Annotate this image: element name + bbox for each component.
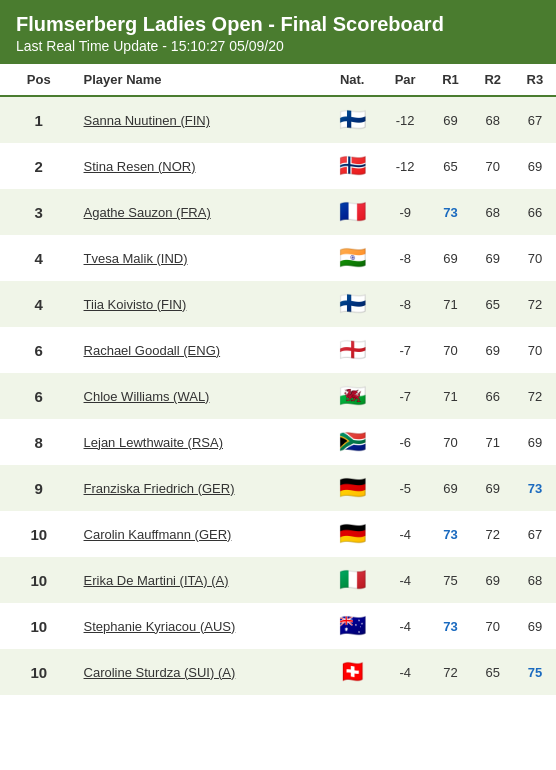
row-flag: 🇩🇪: [323, 465, 380, 511]
row-player[interactable]: Erika De Martini (ITA) (A): [68, 557, 324, 603]
row-pos: 10: [0, 649, 68, 695]
row-r3: 67: [514, 96, 556, 143]
row-flag: 🇮🇹: [323, 557, 380, 603]
row-flag: 🏴󠁧󠁢󠁥󠁮󠁧󠁿: [323, 327, 380, 373]
scoreboard-table-container: Pos Player Name Nat. Par R1 R2 R3 1Sanna…: [0, 64, 556, 695]
row-flag: 🇫🇮: [323, 96, 380, 143]
row-r2: 66: [472, 373, 514, 419]
row-r1: 73: [429, 511, 471, 557]
row-r3: 69: [514, 419, 556, 465]
row-player[interactable]: Agathe Sauzon (FRA): [68, 189, 324, 235]
row-par: -9: [381, 189, 430, 235]
header-title: Flumserberg Ladies Open - Final Scoreboa…: [16, 12, 540, 36]
row-player[interactable]: Carolin Kauffmann (GER): [68, 511, 324, 557]
row-par: -4: [381, 511, 430, 557]
row-r2: 69: [472, 327, 514, 373]
row-player[interactable]: Stephanie Kyriacou (AUS): [68, 603, 324, 649]
row-r3: 72: [514, 373, 556, 419]
row-player[interactable]: Rachael Goodall (ENG): [68, 327, 324, 373]
col-r3: R3: [514, 64, 556, 96]
col-r2: R2: [472, 64, 514, 96]
row-player[interactable]: Chloe Williams (WAL): [68, 373, 324, 419]
row-r3: 73: [514, 465, 556, 511]
scoreboard-table: Pos Player Name Nat. Par R1 R2 R3 1Sanna…: [0, 64, 556, 695]
row-pos: 6: [0, 327, 68, 373]
row-r2: 68: [472, 96, 514, 143]
row-flag: 🇫🇮: [323, 281, 380, 327]
row-player[interactable]: Caroline Sturdza (SUI) (A): [68, 649, 324, 695]
row-player[interactable]: Lejan Lewthwaite (RSA): [68, 419, 324, 465]
row-r1: 75: [429, 557, 471, 603]
row-r1: 65: [429, 143, 471, 189]
row-player[interactable]: Sanna Nuutinen (FIN): [68, 96, 324, 143]
row-player[interactable]: Tiia Koivisto (FIN): [68, 281, 324, 327]
table-header-row: Pos Player Name Nat. Par R1 R2 R3: [0, 64, 556, 96]
table-row: 8Lejan Lewthwaite (RSA)🇿🇦-6707169: [0, 419, 556, 465]
header: Flumserberg Ladies Open - Final Scoreboa…: [0, 0, 556, 64]
row-r2: 69: [472, 557, 514, 603]
table-row: 10Carolin Kauffmann (GER)🇩🇪-4737267: [0, 511, 556, 557]
row-pos: 2: [0, 143, 68, 189]
table-row: 2Stina Resen (NOR)🇳🇴-12657069: [0, 143, 556, 189]
table-row: 10Stephanie Kyriacou (AUS)🇦🇺-4737069: [0, 603, 556, 649]
row-flag: 🇩🇪: [323, 511, 380, 557]
row-pos: 6: [0, 373, 68, 419]
row-par: -4: [381, 649, 430, 695]
row-r1: 72: [429, 649, 471, 695]
table-row: 4Tiia Koivisto (FIN)🇫🇮-8716572: [0, 281, 556, 327]
row-r2: 69: [472, 465, 514, 511]
row-pos: 8: [0, 419, 68, 465]
table-row: 1Sanna Nuutinen (FIN)🇫🇮-12696867: [0, 96, 556, 143]
row-par: -4: [381, 603, 430, 649]
row-par: -7: [381, 373, 430, 419]
row-r2: 70: [472, 143, 514, 189]
table-row: 10Erika De Martini (ITA) (A)🇮🇹-4756968: [0, 557, 556, 603]
row-pos: 10: [0, 511, 68, 557]
row-flag: 🇨🇭: [323, 649, 380, 695]
row-r1: 73: [429, 189, 471, 235]
row-r2: 70: [472, 603, 514, 649]
row-r3: 70: [514, 235, 556, 281]
table-row: 10Caroline Sturdza (SUI) (A)🇨🇭-4726575: [0, 649, 556, 695]
col-pos: Pos: [0, 64, 68, 96]
row-par: -4: [381, 557, 430, 603]
row-r1: 71: [429, 373, 471, 419]
row-flag: 🏴󠁧󠁢󠁷󠁬󠁳󠁿: [323, 373, 380, 419]
row-player[interactable]: Tvesa Malik (IND): [68, 235, 324, 281]
row-par: -7: [381, 327, 430, 373]
col-player: Player Name: [68, 64, 324, 96]
row-flag: 🇫🇷: [323, 189, 380, 235]
row-par: -6: [381, 419, 430, 465]
row-r2: 72: [472, 511, 514, 557]
table-row: 3Agathe Sauzon (FRA)🇫🇷-9736866: [0, 189, 556, 235]
row-r1: 69: [429, 96, 471, 143]
row-r3: 67: [514, 511, 556, 557]
row-flag: 🇿🇦: [323, 419, 380, 465]
row-player[interactable]: Stina Resen (NOR): [68, 143, 324, 189]
row-r1: 73: [429, 603, 471, 649]
row-r1: 70: [429, 419, 471, 465]
table-row: 9Franziska Friedrich (GER)🇩🇪-5696973: [0, 465, 556, 511]
col-nat: Nat.: [323, 64, 380, 96]
row-par: -8: [381, 235, 430, 281]
row-flag: 🇳🇴: [323, 143, 380, 189]
row-r2: 65: [472, 281, 514, 327]
row-r1: 71: [429, 281, 471, 327]
row-pos: 4: [0, 281, 68, 327]
row-par: -12: [381, 96, 430, 143]
row-r2: 71: [472, 419, 514, 465]
row-r2: 68: [472, 189, 514, 235]
table-row: 4Tvesa Malik (IND)🇮🇳-8696970: [0, 235, 556, 281]
row-player[interactable]: Franziska Friedrich (GER): [68, 465, 324, 511]
row-r1: 69: [429, 465, 471, 511]
row-r3: 70: [514, 327, 556, 373]
row-r3: 69: [514, 143, 556, 189]
row-r3: 75: [514, 649, 556, 695]
row-flag: 🇦🇺: [323, 603, 380, 649]
row-r2: 65: [472, 649, 514, 695]
row-par: -12: [381, 143, 430, 189]
row-pos: 9: [0, 465, 68, 511]
row-r1: 69: [429, 235, 471, 281]
row-r2: 69: [472, 235, 514, 281]
row-pos: 10: [0, 557, 68, 603]
